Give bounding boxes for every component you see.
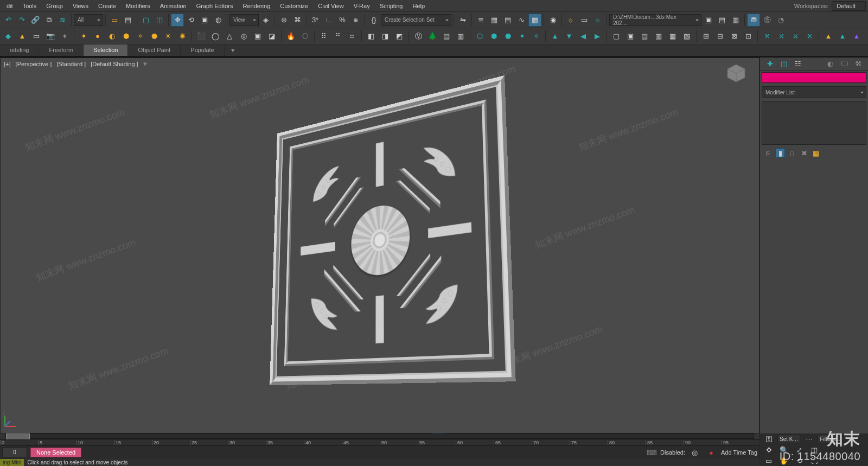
tree-icon[interactable]: 🌲 xyxy=(426,30,439,43)
rgb-icon-1[interactable]: ◧ xyxy=(365,30,378,43)
grid-icon-3[interactable]: ⊠ xyxy=(727,30,741,43)
ring-icon[interactable]: ◎ xyxy=(237,30,250,43)
spinner-snap-button[interactable]: ⎈ xyxy=(349,14,362,27)
schematic-view-button[interactable]: ▦ xyxy=(528,14,541,27)
file-b-button[interactable]: ▤ xyxy=(716,14,729,27)
cluster-icon-2[interactable]: ⬢ xyxy=(487,30,500,43)
cube-icon[interactable]: ⬛ xyxy=(195,30,208,43)
panel-icon-6[interactable]: ▧ xyxy=(680,30,693,43)
curve-editor-button[interactable]: ∿ xyxy=(515,14,528,27)
ribbon-tab-populate[interactable]: Populate xyxy=(181,44,224,56)
pin-button[interactable]: ◔ xyxy=(774,14,787,27)
nav-zoom-region-button[interactable]: ▭ xyxy=(762,454,775,466)
menu-vray[interactable]: V-Ray xyxy=(349,2,374,10)
ribbon-collapse-icon[interactable]: ▾ xyxy=(231,47,235,54)
cluster-icon-3[interactable]: ⬣ xyxy=(501,30,514,43)
set-key-button[interactable]: Set K… xyxy=(777,435,800,443)
stack-config-icon[interactable]: ▦ xyxy=(811,148,821,158)
link-button[interactable]: 🔗 xyxy=(29,14,42,27)
panel-icon-2[interactable]: ▣ xyxy=(624,30,637,43)
named-selection-dropdown[interactable]: Create Selection Set xyxy=(381,14,451,26)
menu-tools[interactable]: Tools xyxy=(18,2,41,10)
script-listener-icon[interactable]: ⌨ xyxy=(647,449,657,456)
mirror-button[interactable]: ⇋ xyxy=(456,14,469,27)
rendered-frame-button[interactable]: ▭ xyxy=(578,14,591,27)
rgb-icon-2[interactable]: ◨ xyxy=(379,30,392,43)
rgb-icon-3[interactable]: ◩ xyxy=(393,30,406,43)
percent-snap-button[interactable]: % xyxy=(336,14,349,27)
edit-named-sel-button[interactable]: {} xyxy=(367,14,380,27)
viewport[interactable]: [+] [Perspective ] [Standard ] [Default … xyxy=(0,58,760,433)
stack-remove-icon[interactable]: ✖ xyxy=(799,148,809,158)
cp-modify-icon[interactable]: ◫ xyxy=(778,59,789,69)
menu-help[interactable]: Help xyxy=(408,2,429,10)
cp-utilities-icon[interactable]: 🛠 xyxy=(853,59,864,69)
modifier-list-dropdown[interactable]: Modifier List xyxy=(762,86,866,98)
dots-icon-1[interactable]: ⠿ xyxy=(317,30,330,43)
light-icon-1[interactable]: ✦ xyxy=(77,30,90,43)
misc-icon-5[interactable]: ▥ xyxy=(454,30,467,43)
panel-icon-5[interactable]: ▦ xyxy=(666,30,679,43)
open-file-path[interactable]: D:\ZHM\Docum…3ds Max 202… xyxy=(609,14,701,26)
time-ruler[interactable]: 0510152025303540455055606570758085909510… xyxy=(0,439,760,446)
panel-icon-4[interactable]: ▥ xyxy=(652,30,665,43)
ico-3[interactable]: ▭ xyxy=(30,30,43,43)
layer-explorer-button[interactable]: ▦ xyxy=(488,14,501,27)
misc-icon-4[interactable]: ▤ xyxy=(440,30,453,43)
menu-edit[interactable]: dit xyxy=(2,2,17,10)
ico-2[interactable]: ▲ xyxy=(16,30,29,43)
material-editor-button[interactable]: ◉ xyxy=(546,14,559,27)
vray-logo-icon[interactable]: Ⓥ xyxy=(412,30,425,43)
light-icon-3[interactable]: ◐ xyxy=(105,30,118,43)
viewcube[interactable] xyxy=(725,63,747,83)
misc-icon-3[interactable]: ⎔ xyxy=(298,30,311,43)
axis-icon-1[interactable]: ⤧ xyxy=(761,30,774,43)
ico-1[interactable]: ◆ xyxy=(2,30,15,43)
cluster-icon-1[interactable]: ⬡ xyxy=(473,30,486,43)
arrow-up-icon[interactable]: ▲ xyxy=(548,30,561,43)
sphere-icon[interactable]: ◯ xyxy=(209,30,222,43)
time-slider-row[interactable]: 0 / 100 xyxy=(0,433,760,439)
dots-icon-2[interactable]: ⠛ xyxy=(331,30,344,43)
misc-icon-1[interactable]: ▣ xyxy=(251,30,264,43)
select-object-button[interactable]: ▭ xyxy=(108,14,121,27)
cp-motion-icon[interactable]: ◐ xyxy=(825,59,835,69)
nav-max-toggle-button[interactable]: ⛶ xyxy=(808,454,821,466)
keyboard-shortcuts-button[interactable]: ⌘ xyxy=(291,14,304,27)
grid-icon-4[interactable]: ⊡ xyxy=(742,30,755,43)
arrow-rt-icon[interactable]: ▶ xyxy=(591,30,604,43)
fire-icon[interactable]: 🔥 xyxy=(284,30,297,43)
render-setup-button[interactable]: ☼ xyxy=(564,14,577,27)
menu-modifiers[interactable]: Modifiers xyxy=(122,2,155,10)
end-icon-m[interactable]: M xyxy=(864,30,868,43)
panel-icon-3[interactable]: ▤ xyxy=(638,30,651,43)
ico-5[interactable]: ⌖ xyxy=(58,30,71,43)
ribbon-tab-modeling[interactable]: odeling xyxy=(0,44,39,56)
menu-group[interactable]: Group xyxy=(42,2,67,10)
end-icon-2[interactable]: ▲ xyxy=(836,30,849,43)
stack-pin-icon[interactable]: ⎘ xyxy=(763,148,773,158)
toggle-ribbon-button[interactable]: ▤ xyxy=(501,14,514,27)
render-production-button[interactable]: ☼ xyxy=(591,14,604,27)
axis-icon-4[interactable]: ⤪ xyxy=(803,30,816,43)
vp-shading[interactable]: [Default Shading ] xyxy=(91,61,138,67)
light-icon-2[interactable]: ● xyxy=(91,30,104,43)
use-pivot-center-button[interactable]: ◈ xyxy=(259,14,272,27)
light-icon-6[interactable]: ⬣ xyxy=(148,30,161,43)
arrow-lf-icon[interactable]: ◀ xyxy=(577,30,590,43)
redo-button[interactable]: ↷ xyxy=(15,14,28,27)
current-frame-field[interactable]: 0 xyxy=(2,448,27,457)
ref-coord-dropdown[interactable]: View xyxy=(229,14,259,26)
nav-pan-view-button[interactable]: ✋ xyxy=(777,454,790,466)
angle-snap-button[interactable]: ∟ xyxy=(322,14,335,27)
stack-make-unique-icon[interactable]: ⎍ xyxy=(787,148,797,158)
modifier-stack[interactable] xyxy=(762,101,866,145)
cp-display-icon[interactable]: 🖵 xyxy=(839,59,850,69)
sel-lock-icon[interactable]: ● xyxy=(705,446,718,459)
cp-create-icon[interactable]: ✚ xyxy=(764,59,775,69)
vp-preset[interactable]: [Standard ] xyxy=(56,61,86,67)
select-scale-button[interactable]: ▣ xyxy=(198,14,211,27)
misc-icon-2[interactable]: ◪ xyxy=(265,30,278,43)
autobak-button[interactable]: ⛃ xyxy=(747,14,760,27)
grid-icon-2[interactable]: ⊟ xyxy=(713,30,726,43)
